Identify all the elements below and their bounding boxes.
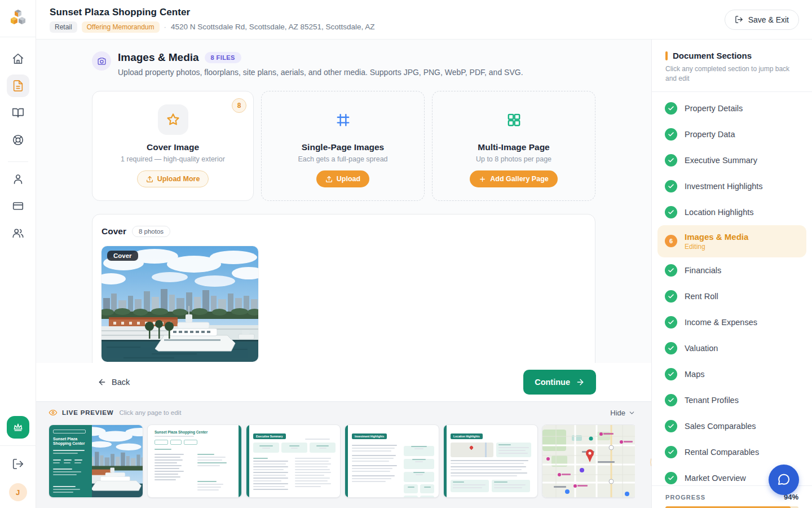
crown-icon	[12, 422, 24, 433]
toc-list	[155, 452, 189, 491]
document-section-item[interactable]: Executive Summary	[657, 147, 806, 173]
section-status-icon	[665, 472, 677, 484]
logout-icon	[12, 458, 24, 470]
single-card-subtitle: Each gets a full-page spread	[298, 155, 387, 163]
section-status-icon	[665, 206, 677, 218]
logout-icon	[735, 15, 743, 24]
primary-nav	[7, 45, 29, 247]
live-preview-strip: LIVE PREVIEW Click any page to edit Hide…	[36, 402, 651, 508]
document-section-item[interactable]: Financials	[657, 257, 806, 283]
chat-button[interactable]	[769, 465, 799, 495]
editor-content: Images & Media 8 FILES Upload property p…	[36, 40, 651, 363]
logout-button[interactable]	[7, 453, 29, 475]
section-status-icon	[665, 420, 677, 432]
hide-preview-button[interactable]: Hide	[610, 409, 636, 417]
add-gallery-page-button[interactable]: Add Gallery Page	[470, 170, 558, 187]
document-section-item[interactable]: Property Details	[657, 95, 806, 121]
section-status-icon	[665, 446, 677, 458]
app-logo-icon[interactable]	[8, 8, 28, 28]
upload-more-button[interactable]: Upload More	[137, 170, 209, 187]
home-icon	[12, 52, 24, 65]
files-count-badge: 8 FILES	[205, 52, 241, 63]
preview-page-map[interactable]	[542, 424, 635, 498]
nav-documents[interactable]	[7, 75, 29, 97]
highlight-stats	[404, 443, 434, 498]
cover-page-panel: Sunset Plaza Shopping Center	[49, 425, 92, 497]
document-sections-panel: Document Sections Click any completed se…	[651, 40, 812, 508]
cover-group-title: Cover	[102, 226, 126, 237]
live-preview-label: LIVE PREVIEW	[62, 409, 113, 416]
upload-icon	[325, 176, 333, 183]
live-preview-hint: Click any page to edit	[119, 409, 181, 416]
preview-pages: Sunset Plaza Shopping Center	[48, 424, 635, 501]
preview-page-toc[interactable]: Sunset Plaza Shopping Center	[147, 424, 242, 498]
dot-separator: ·	[164, 23, 166, 31]
cover-photo-thumbnail[interactable]: Cover	[102, 246, 258, 362]
user-avatar[interactable]: J	[9, 483, 27, 501]
frame-icon	[335, 104, 351, 135]
nav-home[interactable]	[7, 47, 29, 70]
multi-image-page-card[interactable]: Multi-Image Page Up to 8 photos per page…	[432, 91, 595, 201]
breadcrumb: Retail Offering Memorandum · 4520 N Scot…	[50, 21, 375, 33]
document-section-item[interactable]: Rent Roll	[657, 283, 806, 309]
section-status-icon	[665, 154, 677, 167]
summary-text	[295, 456, 332, 490]
document-section-item[interactable]: Location Highlights	[657, 199, 806, 225]
document-section-item[interactable]: Rental Comparables	[657, 439, 806, 465]
preview-page-investment-highlights[interactable]: Investment Highlights	[345, 424, 439, 498]
sections-panel-subtitle: Click any completed section to jump back…	[665, 64, 798, 84]
wizard-footer: Back Continue	[36, 363, 651, 402]
nav-help[interactable]	[7, 129, 29, 151]
nav-billing[interactable]	[7, 195, 29, 217]
multi-card-subtitle: Up to 8 photos per page	[476, 155, 551, 163]
nav-library[interactable]	[7, 102, 29, 124]
multi-card-title: Multi-Image Page	[478, 142, 549, 152]
continue-button[interactable]: Continue	[523, 370, 596, 395]
file-text-icon	[12, 80, 24, 92]
save-exit-button[interactable]: Save & Exit	[725, 10, 799, 30]
sections-panel-title: Document Sections	[673, 51, 752, 60]
eye-icon	[48, 408, 58, 417]
preview-page-executive-summary[interactable]: Executive Summary	[246, 424, 341, 498]
document-section-item[interactable]: Maps	[657, 361, 806, 387]
section-description: Upload property photos, floorplans, site…	[118, 68, 523, 77]
document-sections-list: Property Details Property Data Executive…	[652, 92, 812, 491]
cover-photos-panel: Cover 8 photos	[92, 214, 595, 363]
section-header: Images & Media 8 FILES Upload property p…	[92, 51, 596, 77]
document-section-item[interactable]: 6 Images & MediaEditing	[657, 225, 806, 257]
chevron-down-icon	[628, 409, 636, 417]
section-status-icon	[665, 368, 677, 380]
page-title: Sunset Plaza Shopping Center	[50, 7, 375, 18]
location-bullets	[451, 460, 533, 476]
section-status-icon	[665, 102, 677, 115]
section-status-icon	[665, 316, 677, 329]
section-status-icon	[665, 394, 677, 406]
accent-bar	[665, 51, 668, 60]
left-sidebar: J	[0, 0, 36, 508]
property-address: 4520 N Scottsdale Rd, Scottsdale, AZ 852…	[171, 23, 375, 31]
document-section-item[interactable]: Property Data	[657, 121, 806, 147]
section-status-icon	[665, 342, 677, 354]
section-title: Images & Media	[118, 51, 199, 64]
arrow-right-icon	[576, 378, 585, 387]
doc-type-badge: Offering Memorandum	[82, 21, 160, 33]
document-section-item[interactable]: Valuation	[657, 335, 806, 361]
back-button[interactable]: Back	[98, 378, 130, 387]
document-section-item[interactable]: Sales Comparables	[657, 413, 806, 439]
credit-card-icon	[12, 200, 24, 212]
document-section-item[interactable]: Investment Highlights	[657, 173, 806, 199]
preview-page-cover[interactable]: Sunset Plaza Shopping Center	[48, 424, 143, 498]
nav-team[interactable]	[7, 222, 29, 244]
single-page-images-card[interactable]: Single-Page Images Each gets a full-page…	[261, 91, 425, 201]
toc-side	[197, 452, 229, 491]
upload-button[interactable]: Upload	[316, 170, 369, 187]
summary-table	[253, 456, 290, 490]
document-section-item[interactable]: Tenant Profiles	[657, 387, 806, 413]
section-status-icon	[665, 290, 677, 303]
document-section-item[interactable]: Income & Expenses	[657, 309, 806, 335]
nav-profile[interactable]	[7, 168, 29, 190]
cover-image-card[interactable]: 8 Cover Image 1 required — high-quality …	[92, 91, 254, 201]
preview-page-location-highlights[interactable]: Location Highlights	[443, 424, 538, 498]
upgrade-button[interactable]	[7, 416, 29, 439]
map-graphic	[542, 425, 635, 498]
